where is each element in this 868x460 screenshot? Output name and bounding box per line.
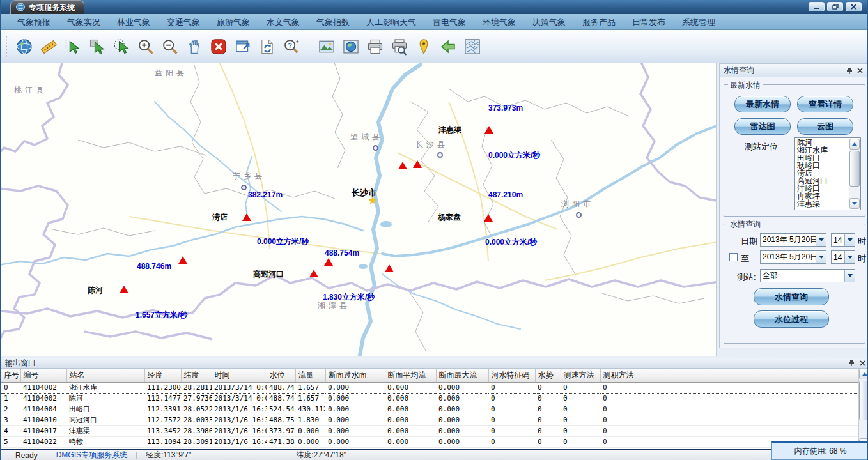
date-from-combo[interactable]: 2013年 5月20日 bbox=[760, 233, 826, 247]
menu-item-11[interactable]: 服务产品 bbox=[574, 14, 624, 30]
minimize-button[interactable] bbox=[809, 2, 825, 12]
menu-item-10[interactable]: 决策气象 bbox=[524, 14, 574, 30]
column-header-12[interactable]: 水势 bbox=[535, 369, 561, 382]
window-export-icon[interactable] bbox=[232, 35, 254, 58]
table-row[interactable]: 441104017沣惠渠113.34527828.3986112013/1/6 … bbox=[1, 425, 858, 436]
scroll-up-icon[interactable] bbox=[849, 139, 860, 150]
station-locator-listbox[interactable]: 陈河湘江水库田峪口耿峪口涝店高冠河口沣峪口冉家坪沣惠渠 bbox=[794, 137, 861, 210]
date-to-combo[interactable]: 2013年 5月20日 bbox=[760, 250, 826, 264]
station-triangle-marker[interactable] bbox=[484, 214, 493, 222]
zoom-in-icon[interactable] bbox=[135, 35, 157, 58]
image-export-icon[interactable] bbox=[316, 35, 337, 58]
menu-item-5[interactable]: 水文气象 bbox=[258, 14, 308, 30]
zoom-out-icon[interactable] bbox=[159, 35, 181, 58]
view-details-button[interactable]: 查看详情 bbox=[797, 96, 853, 112]
map-canvas[interactable]: 益阳县桃江县宁乡县望城县长沙县浏阳市湘潭县长沙市★沣惠渠杨家盘涝店高冠河口陈河3… bbox=[1, 63, 717, 356]
pin-icon[interactable] bbox=[848, 359, 855, 368]
output-scrollbar[interactable] bbox=[858, 369, 868, 449]
hour-from-combo[interactable]: 14 bbox=[831, 233, 855, 247]
close-button[interactable] bbox=[846, 2, 862, 12]
select-box-icon[interactable] bbox=[86, 35, 108, 58]
chevron-down-icon[interactable] bbox=[844, 270, 855, 282]
column-header-6[interactable]: 水位 bbox=[267, 369, 295, 382]
restore-button[interactable] bbox=[827, 2, 843, 12]
menu-item-12[interactable]: 日常发布 bbox=[624, 14, 674, 30]
station-triangle-marker[interactable] bbox=[413, 160, 422, 168]
toolbar-grip[interactable] bbox=[5, 35, 8, 58]
menu-item-1[interactable]: 气象实况 bbox=[59, 14, 109, 30]
scroll-down-icon[interactable] bbox=[849, 198, 860, 209]
scroll-thumb[interactable] bbox=[859, 381, 868, 420]
station-triangle-marker[interactable] bbox=[309, 270, 318, 277]
table-row[interactable]: 341104010高冠河口112.75722228.0033332013/1/6… bbox=[1, 415, 858, 425]
table-row[interactable]: 241104004田峪口112.33916728.0522222013/1/6 … bbox=[1, 404, 858, 415]
stop-icon[interactable] bbox=[208, 35, 229, 58]
station-triangle-marker[interactable] bbox=[324, 258, 333, 266]
pan-hand-icon[interactable] bbox=[183, 35, 205, 58]
column-header-3[interactable]: 经度 bbox=[144, 369, 181, 382]
to-checkbox[interactable] bbox=[729, 253, 738, 261]
menu-item-6[interactable]: 气象指数 bbox=[308, 14, 358, 30]
station-select-combo[interactable]: 全部 bbox=[760, 269, 855, 282]
chevron-down-icon[interactable] bbox=[844, 234, 855, 246]
table-row[interactable]: 041104002湘江水库111.23000028.2811112013/3/1… bbox=[1, 382, 858, 393]
station-triangle-marker[interactable] bbox=[398, 162, 407, 169]
identify-icon[interactable]: ?± bbox=[281, 35, 302, 58]
globe-icon[interactable] bbox=[13, 35, 35, 58]
hour-to-combo[interactable]: 14 bbox=[831, 250, 855, 264]
select-circle-icon[interactable] bbox=[111, 35, 132, 58]
station-triangle-marker[interactable] bbox=[242, 213, 251, 221]
column-header-2[interactable]: 站名 bbox=[66, 369, 144, 382]
refresh-icon[interactable] bbox=[256, 35, 278, 58]
pin-icon[interactable] bbox=[844, 66, 855, 75]
table-row[interactable]: 541104022鸣犊113.10944428.3091672013/1/6 1… bbox=[1, 436, 858, 447]
table-row[interactable]: 141104002陈河112.14777827.9736112013/3/14 … bbox=[1, 393, 858, 404]
menu-item-2[interactable]: 林业气象 bbox=[109, 14, 159, 30]
menu-item-3[interactable]: 交通气象 bbox=[159, 14, 208, 30]
print-icon[interactable] bbox=[364, 35, 386, 58]
menu-item-7[interactable]: 人工影响天气 bbox=[358, 14, 424, 30]
map-grid-icon[interactable] bbox=[461, 35, 483, 58]
column-header-14[interactable]: 测积方法 bbox=[600, 369, 858, 382]
water-level-process-button[interactable]: 水位过程 bbox=[754, 310, 829, 328]
radar-chart-button[interactable]: 雷达图 bbox=[734, 118, 791, 135]
cloud-image-button[interactable]: 云图 bbox=[797, 118, 853, 135]
column-header-1[interactable]: 编号 bbox=[20, 369, 66, 382]
column-header-0[interactable]: 序号 bbox=[1, 369, 20, 382]
globe-view-icon[interactable] bbox=[340, 35, 362, 58]
menu-item-0[interactable]: 气象预报 bbox=[9, 14, 59, 30]
ruler-icon[interactable] bbox=[38, 35, 59, 58]
output-close-icon[interactable] bbox=[860, 359, 865, 368]
station-triangle-marker[interactable] bbox=[484, 126, 493, 134]
menu-item-9[interactable]: 环境气象 bbox=[474, 14, 524, 30]
scroll-up-icon[interactable] bbox=[859, 369, 868, 379]
water-query-button[interactable]: 水情查询 bbox=[754, 288, 829, 305]
station-list-item-8[interactable]: 沣惠渠 bbox=[796, 200, 849, 208]
column-header-9[interactable]: 断面平均流 bbox=[385, 369, 436, 382]
column-header-4[interactable]: 纬度 bbox=[181, 369, 212, 382]
column-header-11[interactable]: 河水特征码 bbox=[488, 369, 535, 382]
column-header-10[interactable]: 断面最大流 bbox=[436, 369, 488, 382]
locate-marker-icon[interactable] bbox=[413, 35, 435, 58]
station-triangle-marker[interactable] bbox=[120, 286, 128, 293]
column-header-7[interactable]: 流量 bbox=[295, 369, 325, 382]
menu-item-13[interactable]: 系统管理 bbox=[674, 14, 724, 30]
table-cell: 0.000 bbox=[385, 404, 436, 415]
chevron-down-icon[interactable] bbox=[844, 251, 855, 263]
back-arrow-icon[interactable] bbox=[437, 35, 459, 58]
column-header-5[interactable]: 时间 bbox=[212, 369, 267, 382]
station-triangle-marker[interactable] bbox=[178, 256, 187, 264]
scroll-thumb[interactable] bbox=[849, 151, 860, 187]
chevron-down-icon[interactable] bbox=[816, 251, 826, 263]
chevron-down-icon[interactable] bbox=[816, 234, 826, 246]
station-triangle-marker[interactable] bbox=[385, 264, 394, 272]
latest-water-button[interactable]: 最新水情 bbox=[734, 96, 791, 112]
listbox-scrollbar[interactable] bbox=[849, 139, 860, 209]
select-lasso-icon[interactable] bbox=[62, 35, 84, 58]
column-header-8[interactable]: 断面过水面 bbox=[325, 369, 385, 382]
panel-close-icon[interactable] bbox=[855, 66, 865, 75]
print-preview-icon[interactable] bbox=[389, 35, 410, 58]
column-header-13[interactable]: 测速方法 bbox=[561, 369, 600, 382]
menu-item-4[interactable]: 旅游气象 bbox=[208, 14, 258, 30]
menu-item-8[interactable]: 雷电气象 bbox=[424, 14, 474, 30]
